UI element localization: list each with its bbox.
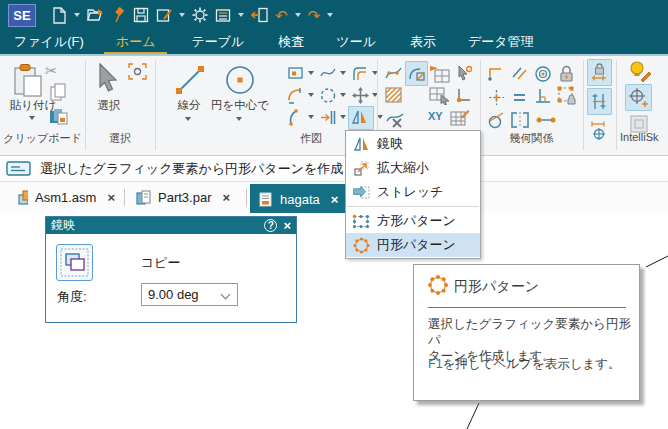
- circle-center-tool-icon[interactable]: [224, 64, 256, 96]
- angle-combobox[interactable]: 9.00 deg: [141, 283, 238, 306]
- trim-tool-caret[interactable]: [340, 115, 346, 119]
- dialog-help-button[interactable]: ?: [264, 219, 277, 232]
- menu-data-management[interactable]: データ管理: [456, 30, 546, 54]
- ribbon: 貼り付け ✂ クリップボード 選択 選択 線分 円を中心で: [0, 54, 668, 156]
- open-document-icon[interactable]: [87, 7, 105, 23]
- circle-center-button[interactable]: 円を中心で: [203, 98, 277, 113]
- save-as-caret[interactable]: [179, 13, 185, 17]
- sketch-dimensions-toggle[interactable]: [587, 117, 612, 144]
- fill-hatch-icon[interactable]: [385, 87, 403, 104]
- curve-tool-caret[interactable]: [340, 71, 346, 75]
- rectangle-tool-caret[interactable]: [308, 71, 314, 75]
- tooltip-help-hint: F1を押してヘルプを表示します。: [428, 356, 621, 373]
- ellipse-tool-icon[interactable]: [320, 87, 337, 104]
- delete-element-icon[interactable]: [385, 109, 405, 129]
- pin-icon[interactable]: [112, 7, 126, 23]
- mirror-dropdown-menu: 鏡映 拡大縮小 ストレッチ 方形パターン 円形パターン: [345, 130, 481, 259]
- new-document-icon[interactable]: [52, 7, 67, 24]
- app-logo[interactable]: SE: [8, 4, 36, 27]
- move-tool-icon[interactable]: [352, 87, 369, 104]
- tab-close-button[interactable]: ×: [107, 190, 115, 205]
- dialog-close-button[interactable]: ×: [283, 218, 291, 233]
- grid-edit-icon[interactable]: [450, 108, 470, 128]
- select-options-icon[interactable]: [128, 63, 147, 80]
- options-list-caret[interactable]: [238, 13, 244, 17]
- equal-relationship-icon[interactable]: [511, 89, 528, 106]
- menu-item-scale[interactable]: 拡大縮小: [346, 156, 480, 180]
- select-button[interactable]: 選択: [88, 98, 130, 113]
- copy-toggle-button[interactable]: [56, 244, 93, 281]
- relationship-handles-toggle[interactable]: [587, 88, 612, 115]
- clipboard-group-label: クリップボード: [0, 131, 85, 146]
- undo-icon[interactable]: ↶: [275, 8, 288, 23]
- part-document-icon: [136, 190, 151, 205]
- paste-caret[interactable]: [29, 116, 35, 120]
- grid-select-icon[interactable]: [429, 87, 452, 105]
- menu-file[interactable]: ファイル(F): [2, 30, 96, 54]
- trim-tool-icon[interactable]: [320, 109, 337, 126]
- rigid-set-relationship-icon[interactable]: [557, 86, 577, 106]
- menu-table[interactable]: テーブル: [179, 30, 256, 54]
- menu-item-stretch[interactable]: ストレッチ: [346, 180, 480, 204]
- convert-curve-icon[interactable]: [385, 65, 403, 82]
- tab-label: hagata: [280, 192, 320, 207]
- cut-icon[interactable]: ✂: [45, 62, 58, 80]
- offset-tool-icon[interactable]: [352, 65, 369, 82]
- tangent-relationship-icon[interactable]: [488, 111, 506, 129]
- format-painter-icon[interactable]: [49, 106, 69, 126]
- save-icon[interactable]: [133, 7, 149, 23]
- ellipse-tool-caret[interactable]: [340, 93, 346, 97]
- menu-item-circular-pattern[interactable]: 円形パターン: [346, 233, 480, 257]
- redo-icon[interactable]: ↷: [308, 8, 321, 23]
- save-as-icon[interactable]: [156, 7, 172, 23]
- tab-close-button[interactable]: ×: [331, 192, 339, 207]
- tab-close-button[interactable]: ×: [222, 190, 230, 205]
- paste-clipboard-icon[interactable]: [12, 63, 44, 97]
- fillet-tool-caret[interactable]: [308, 93, 314, 97]
- line-tool-caret[interactable]: [185, 117, 191, 121]
- curve-tool-icon[interactable]: [320, 65, 337, 82]
- copy-icon[interactable]: [50, 83, 67, 101]
- lock-relationship-icon[interactable]: [558, 65, 575, 83]
- mirror-dialog-titlebar[interactable]: 鏡映 ? ×: [46, 217, 296, 234]
- redo-caret[interactable]: [327, 13, 333, 17]
- corner-point-icon[interactable]: [455, 87, 473, 105]
- pattern-flag-icon[interactable]: [429, 65, 452, 83]
- line-tool-icon[interactable]: [174, 64, 206, 96]
- combobox-chevron-icon[interactable]: [221, 290, 231, 300]
- menu-item-rectangular-pattern[interactable]: 方形パターン: [346, 209, 480, 233]
- options-list-icon[interactable]: [215, 8, 231, 23]
- menu-view[interactable]: 表示: [398, 30, 448, 54]
- menu-inspect[interactable]: 検査: [266, 30, 316, 54]
- menu-home[interactable]: ホーム: [104, 30, 168, 54]
- exit-icon[interactable]: [251, 7, 268, 23]
- symmetric-relationship-icon[interactable]: [510, 111, 530, 129]
- maintain-relationships-toggle[interactable]: [587, 59, 612, 86]
- tab-asm1[interactable]: Asm1.asm ×: [10, 184, 123, 211]
- select-cursor-icon[interactable]: [96, 63, 122, 95]
- perpendicular-relationship-icon[interactable]: [534, 87, 552, 105]
- maintain-relationship-icon[interactable]: [488, 65, 505, 82]
- arc-tool-caret[interactable]: [308, 115, 314, 119]
- pattern-cursor-icon[interactable]: [455, 65, 473, 83]
- menu-tools[interactable]: ツール: [324, 30, 388, 54]
- intellisketch-options-icon[interactable]: [629, 60, 652, 83]
- undo-caret[interactable]: [295, 13, 301, 17]
- alignment-indicator-toggle[interactable]: [625, 84, 652, 111]
- connect-relationship-icon[interactable]: [535, 114, 557, 126]
- tab-hagata[interactable]: hagata ×: [250, 184, 350, 215]
- mirror-tool-icon[interactable]: [351, 109, 368, 126]
- horizontal-vertical-icon[interactable]: [488, 89, 505, 106]
- new-document-caret[interactable]: [74, 13, 80, 17]
- concentric-relationship-icon[interactable]: [534, 65, 552, 83]
- settings-gear-icon[interactable]: [192, 7, 208, 23]
- circle-center-caret[interactable]: [236, 117, 242, 121]
- tab-part3[interactable]: Part3.par ×: [128, 184, 242, 211]
- pattern-along-curve-icon[interactable]: [408, 65, 425, 82]
- arc-tool-icon[interactable]: [288, 109, 305, 126]
- parallel-relationship-icon[interactable]: [511, 65, 528, 82]
- menu-item-mirror[interactable]: 鏡映: [346, 132, 480, 156]
- fillet-tool-icon[interactable]: [288, 87, 305, 104]
- xy-coordinates-icon[interactable]: XY: [428, 110, 450, 122]
- rectangle-tool-icon[interactable]: [288, 65, 305, 82]
